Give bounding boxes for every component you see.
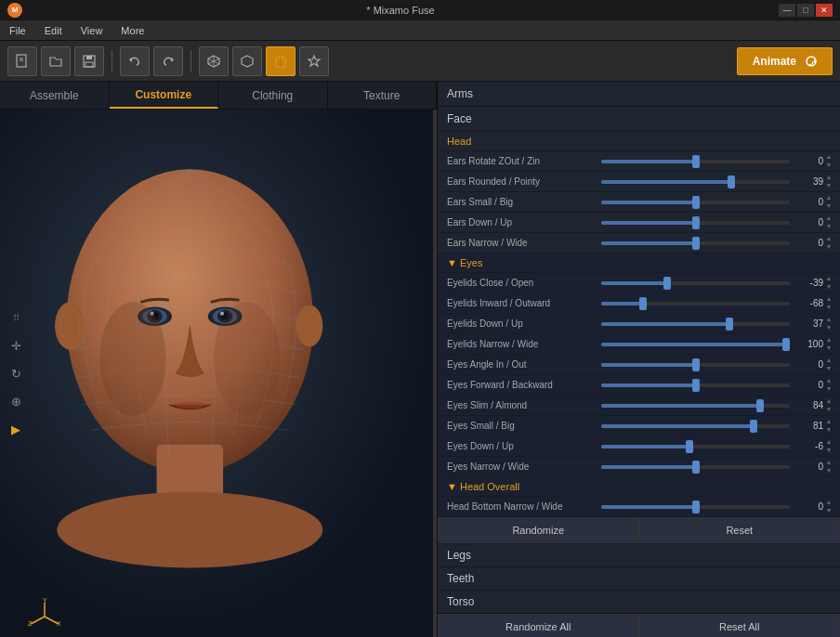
section-head[interactable]: Head [438, 132, 840, 151]
undo-button[interactable] [120, 46, 150, 76]
global-buttons-bar: Randomize All Reset All [438, 613, 840, 637]
svg-point-37 [214, 302, 281, 416]
slider-arrows[interactable]: ▲▼ [823, 194, 834, 210]
menu-more[interactable]: More [117, 23, 148, 38]
slider-eyelids-narrow[interactable]: Eyelids Narrow / Wide 100 ▲▼ [438, 334, 840, 355]
slider-arrows[interactable]: ▲▼ [823, 174, 834, 189]
slider-track[interactable] [601, 160, 790, 163]
head-render [0, 110, 437, 637]
slider-eyelids-close[interactable]: Eyelids Close / Open -39 ▲▼ [438, 273, 840, 293]
slider-track[interactable] [601, 465, 790, 469]
svg-rect-5 [85, 62, 93, 67]
slider-eyes-angle[interactable]: Eyes Angle In / Out 0 ▲▼ [438, 355, 840, 375]
rotate-tool[interactable]: ↻ [6, 363, 26, 384]
slider-eyes-down[interactable]: Eyes Down / Up -6 ▲▼ [438, 436, 840, 457]
slider-track[interactable] [601, 404, 790, 408]
section-arms[interactable]: Arms [438, 82, 840, 107]
slider-arrows[interactable]: ▲▼ [823, 377, 834, 393]
redo-button[interactable] [153, 46, 183, 76]
save-button[interactable] [74, 46, 104, 76]
menu-file[interactable]: File [6, 23, 30, 38]
menu-view[interactable]: View [77, 23, 107, 38]
tab-clothing[interactable]: Clothing [218, 82, 328, 109]
slider-ears-narrow[interactable]: Ears Narrow / Wide 0 ▲▼ [438, 233, 840, 254]
section-face[interactable]: Face [438, 107, 840, 132]
animate-button[interactable]: Animate [737, 47, 833, 75]
svg-text:X: X [57, 620, 61, 626]
menu-edit[interactable]: Edit [41, 23, 66, 38]
slider-arrows[interactable]: ▲▼ [823, 438, 834, 454]
slider-track[interactable] [601, 424, 790, 428]
slider-eyes-forward[interactable]: Eyes Forward / Backward 0 ▲▼ [438, 375, 840, 396]
svg-rect-4 [86, 56, 92, 59]
slider-eyelids-down[interactable]: Eyelids Down / Up 37 ▲▼ [438, 314, 840, 334]
package-button[interactable] [266, 46, 295, 76]
slider-track[interactable] [601, 221, 790, 225]
mesh-button[interactable] [232, 46, 262, 76]
drag-handle[interactable]: ⠿ [6, 307, 26, 328]
slider-track[interactable] [601, 201, 790, 204]
slider-arrows[interactable]: ▲▼ [823, 499, 834, 514]
slider-ears-rounded[interactable]: Ears Rounded / Pointy 39 ▲▼ [438, 172, 840, 192]
reset-all-button[interactable]: Reset All [639, 614, 841, 637]
section-legs[interactable]: Legs [438, 543, 840, 566]
close-button[interactable]: ✕ [816, 4, 833, 17]
slider-arrows[interactable]: ▲▼ [823, 235, 834, 251]
slider-arrows[interactable]: ▲▼ [823, 295, 834, 311]
move-tool[interactable]: ✛ [6, 335, 26, 356]
slider-track[interactable] [601, 384, 790, 387]
svg-marker-7 [171, 58, 174, 62]
slider-arrows[interactable]: ▲▼ [823, 418, 834, 434]
slider-arrows[interactable]: ▲▼ [823, 153, 834, 169]
slider-ears-down[interactable]: Ears Down / Up 0 ▲▼ [438, 213, 840, 233]
slider-arrows[interactable]: ▲▼ [823, 336, 834, 352]
slider-arrows[interactable]: ▲▼ [823, 214, 834, 230]
3d-viewport[interactable]: ⠿ ✛ ↻ ⊕ ▶ Z X Y [0, 110, 437, 637]
tab-texture[interactable]: Texture [328, 82, 438, 109]
slider-track[interactable] [601, 302, 790, 306]
minimize-button[interactable]: — [779, 4, 795, 17]
resize-handle[interactable] [433, 110, 437, 637]
select-tool[interactable]: ▶ [6, 419, 26, 439]
star-button[interactable] [299, 46, 329, 76]
titlebar: M * Mixamo Fuse — □ ✕ [0, 0, 840, 20]
slider-arrows[interactable]: ▲▼ [823, 459, 834, 474]
slider-track[interactable] [601, 241, 790, 245]
slider-track[interactable] [601, 180, 790, 184]
slider-track[interactable] [601, 281, 790, 285]
slider-track[interactable] [601, 445, 790, 448]
open-button[interactable] [41, 46, 71, 76]
slider-arrows[interactable]: ▲▼ [823, 275, 834, 291]
slider-track[interactable] [601, 322, 790, 326]
view3d-button[interactable] [199, 46, 229, 76]
slider-eyes-narrow[interactable]: Eyes Narrow / Wide 0 ▲▼ [438, 457, 840, 477]
randomize-all-button[interactable]: Randomize All [438, 614, 639, 637]
section-head-overall[interactable]: ▼ Head Overall [438, 477, 840, 497]
orbit-tool[interactable]: ⊕ [6, 391, 26, 411]
slider-track[interactable] [601, 343, 790, 346]
section-teeth[interactable]: Teeth [438, 566, 840, 590]
sections-list: Arms Face Head Ears Rotate ZOut / Zin 0 … [438, 82, 840, 637]
section-torso[interactable]: Torso [438, 590, 840, 613]
slider-eyes-small[interactable]: Eyes Small / Big 81 ▲▼ [438, 416, 840, 436]
maximize-button[interactable]: □ [797, 4, 814, 17]
reset-button[interactable]: Reset [639, 517, 841, 543]
section-eyes[interactable]: ▼ Eyes [438, 254, 840, 273]
tab-assemble[interactable]: Assemble [0, 82, 110, 109]
tab-customize[interactable]: Customize [110, 82, 219, 109]
svg-text:Z: Z [28, 620, 33, 626]
svg-point-25 [296, 305, 323, 346]
slider-ears-small[interactable]: Ears Small / Big 0 ▲▼ [438, 192, 840, 213]
slider-arrows[interactable]: ▲▼ [823, 357, 834, 372]
slider-ears-rotate[interactable]: Ears Rotate ZOut / Zin 0 ▲▼ [438, 151, 840, 172]
randomize-button[interactable]: Randomize [438, 517, 639, 543]
slider-eyes-slim[interactable]: Eyes Slim / Almond 84 ▲▼ [438, 396, 840, 416]
slider-track[interactable] [601, 363, 790, 367]
svg-point-19 [67, 169, 314, 473]
slider-head-bottom[interactable]: Head Bottom Narrow / Wide 0 ▲▼ [438, 497, 840, 517]
new-button[interactable] [7, 46, 37, 76]
slider-arrows[interactable]: ▲▼ [823, 316, 834, 332]
slider-track[interactable] [601, 505, 790, 509]
slider-eyelids-inward[interactable]: Eyelids Inward / Outward -68 ▲▼ [438, 293, 840, 314]
slider-arrows[interactable]: ▲▼ [823, 397, 834, 413]
